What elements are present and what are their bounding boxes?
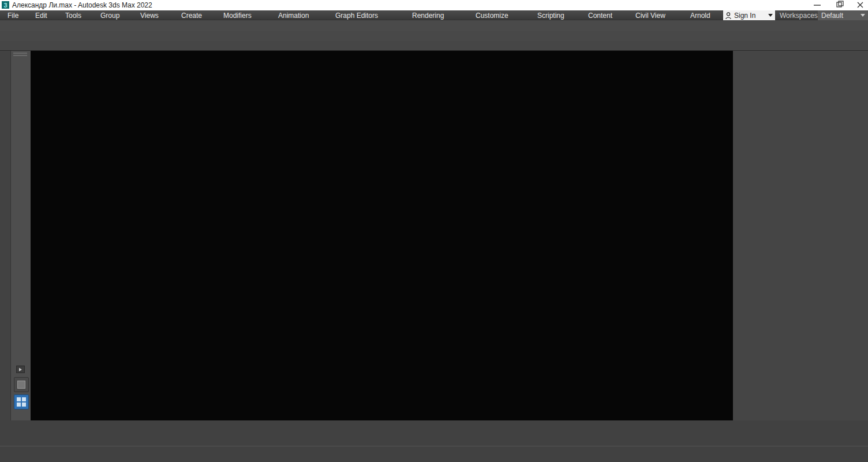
- svg-text:3: 3: [3, 2, 7, 9]
